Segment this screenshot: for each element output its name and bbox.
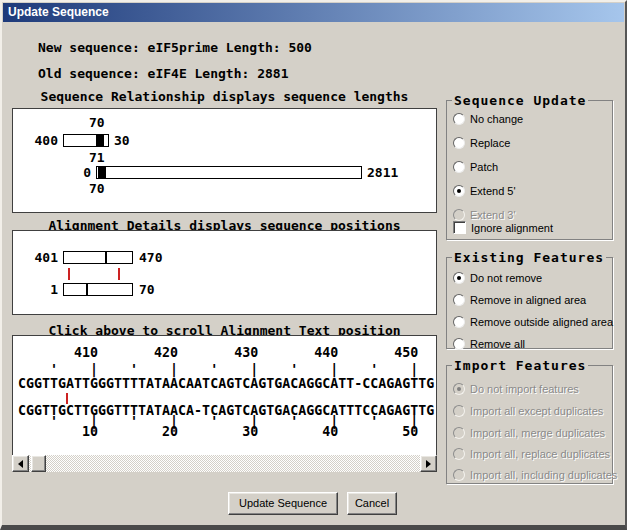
radio-icon: [453, 448, 465, 460]
radio-label: Extend 5': [470, 185, 516, 197]
left-arrow-icon: [18, 460, 23, 468]
ruler-top: 410 420 430 440 450: [18, 347, 418, 359]
radio-label: Remove in aligned area: [470, 294, 586, 306]
gap-mark: [86, 284, 88, 295]
sequence-update-group: Sequence Update No change Replace Patch …: [446, 100, 613, 240]
scrollbar-thumb[interactable]: [31, 455, 46, 472]
radio-icon: [453, 161, 465, 173]
alignment-text-panel[interactable]: 410 420 430 440 450 ' | ' | ' | ' | ' | …: [12, 335, 437, 456]
alignment-scrollbar[interactable]: [12, 455, 437, 472]
radio-icon: [453, 209, 465, 221]
radio-remove-all[interactable]: Remove all: [453, 337, 525, 350]
radio-label: No change: [470, 113, 523, 125]
radio-label: Remove outside aligned area: [470, 316, 613, 328]
new-bar-above-label: 70: [89, 116, 105, 129]
cancel-button[interactable]: Cancel: [347, 492, 397, 515]
radio-icon: [453, 294, 465, 306]
scroll-left-button[interactable]: [12, 455, 29, 472]
update-sequence-button[interactable]: Update Sequence: [228, 492, 338, 515]
right-arrow-icon: [426, 460, 431, 468]
details-new-bar[interactable]: [63, 251, 133, 264]
ignore-alignment-checkbox-row[interactable]: Ignore alignment: [453, 221, 553, 234]
new-sequence-text: CGGTTGATTGGGTTTTATAACAATCAGTCAGTGACAGGCA…: [18, 378, 434, 390]
radio-label: Do not import features: [470, 383, 579, 395]
scroll-right-button[interactable]: [420, 455, 437, 472]
new-bar-below-label: 71: [89, 151, 105, 164]
radio-extend-3: Extend 3': [453, 208, 516, 221]
radio-do-not-import-features: Do not import features: [453, 382, 579, 395]
radio-icon: [453, 272, 465, 284]
old-sequence-length-bar[interactable]: [96, 166, 362, 179]
new-bar-right-label: 30: [114, 134, 130, 147]
radio-icon: [453, 113, 465, 125]
details-new-right-label: 470: [139, 251, 162, 264]
radio-label: Import all, including duplicates: [470, 469, 617, 481]
radio-label: Extend 3': [470, 209, 516, 221]
aligned-segment: [98, 167, 106, 178]
radio-replace[interactable]: Replace: [453, 136, 510, 149]
radio-label: Import all, replace duplicates: [470, 448, 610, 460]
new-bar-left-label: 400: [21, 134, 58, 147]
import-features-group: Import Features Do not import features I…: [446, 365, 613, 484]
mismatch-tick: [118, 268, 120, 280]
radio-extend-5[interactable]: Extend 5': [453, 184, 516, 197]
radio-label: Import all except duplicates: [470, 405, 603, 417]
radio-import-all-except-duplicates: Import all except duplicates: [453, 404, 603, 417]
sequence-relationship-panel[interactable]: 70 400 30 71 0 2811 70: [12, 108, 437, 213]
details-old-bar[interactable]: [63, 283, 133, 296]
title-bar[interactable]: Update Sequence: [3, 3, 624, 22]
old-sequence-summary: Old sequence: eIF4E Length: 2881: [38, 66, 288, 81]
ruler-top-ticks: ' | ' | ' | ' | ' |: [18, 364, 418, 376]
new-sequence-summary: New sequence: eIF5prime Length: 500: [38, 40, 312, 55]
radio-remove-outside-aligned-area[interactable]: Remove outside aligned area: [453, 315, 613, 328]
new-sequence-length-bar[interactable]: [63, 134, 109, 147]
mismatch-tick: [68, 268, 70, 280]
radio-icon: [453, 137, 465, 149]
radio-icon: [453, 469, 465, 481]
radio-label: Patch: [470, 161, 498, 173]
radio-no-change[interactable]: No change: [453, 112, 523, 125]
existing-features-group: Existing Features Do not remove Remove i…: [446, 257, 613, 349]
radio-import-all-replace-duplicates: Import all, replace duplicates: [453, 447, 610, 460]
import-features-group-title: Import Features: [452, 358, 588, 373]
radio-icon: [453, 316, 465, 328]
old-bar-below-label: 70: [89, 182, 105, 195]
sequence-update-group-title: Sequence Update: [452, 93, 588, 108]
checkbox-icon[interactable]: [453, 221, 466, 234]
radio-icon: [453, 427, 465, 439]
radio-label: Remove all: [470, 338, 525, 350]
radio-label: Replace: [470, 137, 510, 149]
details-old-right-label: 70: [139, 283, 155, 296]
radio-import-all-merge-duplicates: Import all, merge duplicates: [453, 426, 605, 439]
radio-icon: [453, 185, 465, 197]
radio-do-not-remove[interactable]: Do not remove: [453, 271, 542, 284]
radio-remove-in-aligned-area[interactable]: Remove in aligned area: [453, 293, 586, 306]
window-title: Update Sequence: [8, 5, 109, 19]
checkbox-label: Ignore alignment: [471, 222, 553, 234]
details-new-left-label: 401: [21, 251, 58, 264]
update-sequence-dialog: Update Sequence New sequence: eIF5prime …: [0, 0, 627, 530]
radio-patch[interactable]: Patch: [453, 160, 498, 173]
details-old-left-label: 1: [21, 283, 58, 296]
radio-icon: [453, 338, 465, 350]
gap-mark: [105, 252, 107, 263]
old-bar-left-label: 0: [71, 166, 91, 179]
radio-icon: [453, 383, 465, 395]
existing-features-group-title: Existing Features: [452, 250, 606, 265]
radio-label: Do not remove: [470, 272, 542, 284]
radio-icon: [453, 405, 465, 417]
radio-import-all-including-duplicates: Import all, including duplicates: [453, 468, 617, 481]
aligned-segment: [96, 135, 104, 146]
old-bar-right-label: 2811: [367, 166, 398, 179]
sequence-relationship-title: Sequence Relationship displays sequence …: [12, 89, 437, 104]
ruler-bottom: 10 20 30 40 50: [18, 426, 418, 438]
alignment-details-panel[interactable]: 401 470 1 70: [12, 230, 437, 315]
radio-label: Import all, merge duplicates: [470, 427, 605, 439]
